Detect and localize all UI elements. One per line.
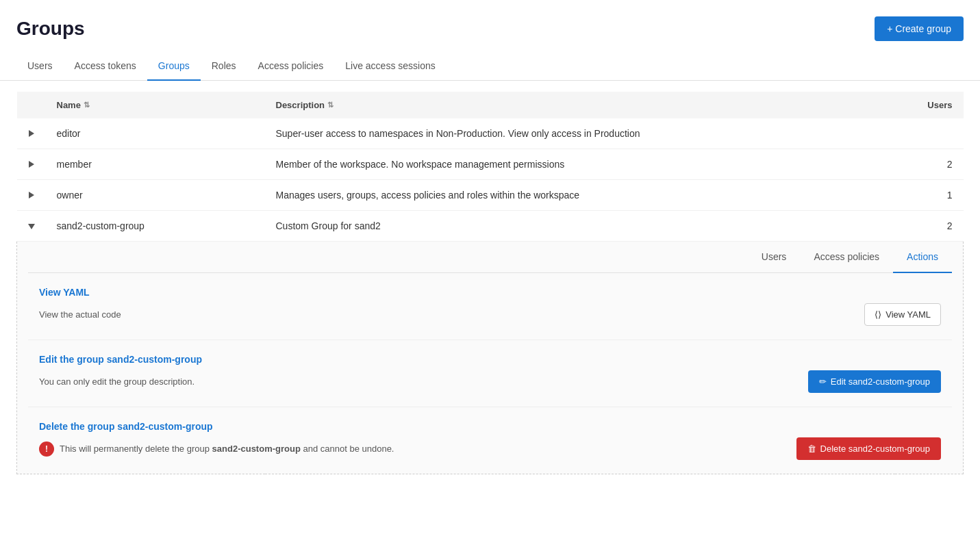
group-name-cell: owner (46, 180, 265, 211)
group-name-cell: member (46, 149, 265, 180)
tab-groups[interactable]: Groups (147, 52, 201, 81)
group-users-cell: 2 (895, 149, 964, 180)
page-title: Groups (16, 18, 85, 40)
expand-cell[interactable] (17, 211, 46, 242)
panel-tabs: UsersAccess policiesActions (28, 242, 952, 273)
delete-group-name-bold: sand2-custom-group (212, 444, 301, 454)
group-description-cell: Custom Group for sand2 (265, 211, 895, 242)
delete-group-description: !This will permanently delete the group … (39, 441, 394, 457)
trash-icon: 🗑 (807, 444, 816, 454)
expanded-panel-row: UsersAccess policiesActionsView YAMLView… (17, 242, 964, 474)
name-sort-icon[interactable]: ⇅ (84, 101, 90, 110)
description-sort-icon[interactable]: ⇅ (327, 101, 334, 110)
col-expand (17, 92, 46, 118)
group-description-cell: Member of the workspace. No workspace ma… (265, 149, 895, 180)
tab-roles[interactable]: Roles (201, 52, 247, 81)
tab-access-tokens[interactable]: Access tokens (64, 52, 147, 81)
group-description-cell: Super-user access to namespaces in Non-P… (265, 118, 895, 149)
edit-group-section: Edit the group sand2-custom-groupYou can… (28, 340, 952, 407)
edit-group-description: You can only edit the group description. (39, 376, 194, 387)
group-description-cell: Manages users, groups, access policies a… (265, 180, 895, 211)
edit-group-title: Edit the group sand2-custom-group (39, 354, 941, 365)
table-row: editorSuper-user access to namespaces in… (17, 118, 964, 149)
col-name-header: Name ⇅ (46, 92, 265, 118)
view-yaml-button[interactable]: ⟨⟩ View YAML (864, 303, 941, 326)
group-users-cell: 2 (895, 211, 964, 242)
expand-icon[interactable] (29, 130, 34, 137)
expand-cell[interactable] (17, 149, 46, 180)
delete-group-title: Delete the group sand2-custom-group (39, 421, 941, 432)
group-name-cell: sand2-custom-group (46, 211, 265, 242)
col-description-header: Description ⇅ (265, 92, 895, 118)
create-group-button[interactable]: + Create group (875, 16, 964, 41)
table-row: ownerManages users, groups, access polic… (17, 180, 964, 211)
panel-tab-users[interactable]: Users (748, 242, 801, 273)
tab-users[interactable]: Users (16, 52, 64, 81)
expanded-panel-cell: UsersAccess policiesActionsView YAMLView… (17, 242, 964, 474)
panel-tab-access-policies[interactable]: Access policies (800, 242, 893, 273)
group-name-cell: editor (46, 118, 265, 149)
expand-cell[interactable] (17, 118, 46, 149)
pencil-icon: ✏ (819, 376, 827, 387)
collapse-icon[interactable] (28, 224, 35, 229)
delete-group-section: Delete the group sand2-custom-group!This… (28, 407, 952, 474)
col-users-header: Users (895, 92, 964, 118)
tab-live-access-sessions[interactable]: Live access sessions (334, 52, 447, 81)
tab-access-policies[interactable]: Access policies (247, 52, 335, 81)
table-row: sand2-custom-groupCustom Group for sand2… (17, 211, 964, 242)
code-icon: ⟨⟩ (875, 309, 881, 320)
expand-cell[interactable] (17, 180, 46, 211)
view-yaml-title: View YAML (39, 287, 941, 298)
group-users-cell: 1 (895, 180, 964, 211)
expand-icon[interactable] (29, 192, 34, 198)
delete-description-text: This will permanently delete the group s… (60, 444, 394, 454)
main-nav: Users Access tokens Groups Roles Access … (0, 52, 980, 81)
panel-tab-actions[interactable]: Actions (893, 242, 952, 273)
groups-table: Name ⇅ Description ⇅ Users editorSuper-u… (16, 92, 964, 474)
view-yaml-description: View the actual code (39, 309, 121, 320)
groups-table-container: Name ⇅ Description ⇅ Users editorSuper-u… (0, 81, 980, 485)
page-header: Groups + Create group (0, 0, 980, 52)
view-yaml-section: View YAMLView the actual code⟨⟩ View YAM… (28, 273, 952, 340)
group-users-cell (895, 118, 964, 149)
edit-group-button[interactable]: ✏ Edit sand2-custom-group (808, 370, 941, 393)
table-row: memberMember of the workspace. No worksp… (17, 149, 964, 180)
expand-icon[interactable] (29, 161, 34, 168)
delete-group-button[interactable]: 🗑 Delete sand2-custom-group (796, 437, 941, 460)
delete-description-suffix: and cannot be undone. (301, 444, 394, 454)
warning-icon: ! (39, 441, 54, 457)
table-header-row: Name ⇅ Description ⇅ Users (17, 92, 964, 118)
